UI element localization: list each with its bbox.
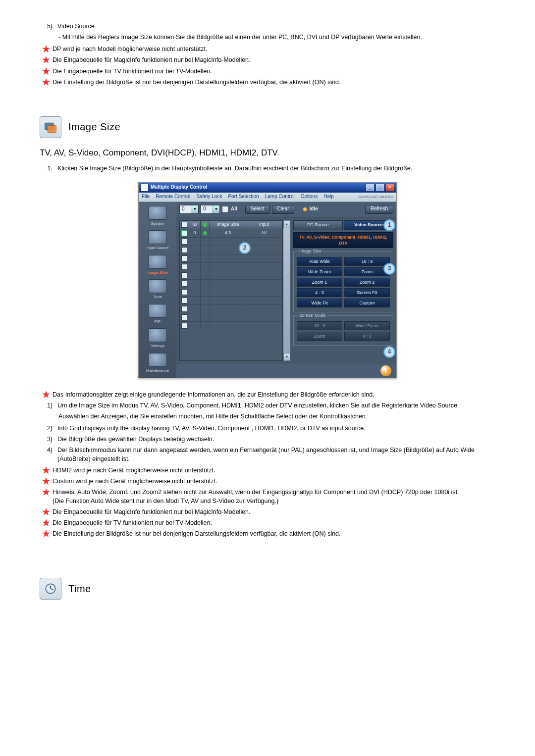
maximize-button[interactable]: □ [375, 184, 384, 192]
option-4-3[interactable]: 4 : 3 [344, 332, 390, 341]
table-row[interactable]: ✓04:3AV [180, 229, 282, 238]
star-icon: ★ [40, 477, 53, 486]
menu-lamp[interactable]: Lamp Control [265, 193, 295, 201]
option-wide-zoom[interactable]: Wide Zoom [297, 267, 342, 276]
sidebar-item-system[interactable]: System [143, 205, 172, 228]
info-grid: ID Image Size Input ✓04:3AV [179, 220, 283, 361]
star-note: ★HDMI2 wird je nach Gerät möglicherweise… [40, 466, 495, 475]
option-16-9[interactable]: 16 : 9 [297, 321, 342, 330]
sidebar-item-time[interactable]: Time [143, 278, 172, 301]
menu-port[interactable]: Port Selection [228, 193, 259, 201]
menu-options[interactable]: Options [301, 193, 318, 201]
sidebar-icon [148, 230, 167, 244]
item-number: 4) [40, 446, 57, 454]
numbered-item: 3)Die Bildgröße des gewählten Displays b… [40, 435, 495, 444]
item-subtext: Auswählen der Anzeigen, die Sie einstell… [58, 412, 495, 421]
chevron-down-icon: ▾ [191, 205, 198, 213]
status-dot [303, 207, 307, 211]
option-4-3[interactable]: 4 : 3 [297, 288, 342, 297]
tab-pc-source[interactable]: PC Source [293, 220, 343, 230]
sidebar-item-label: Input Source [146, 245, 168, 251]
chevron-down-icon: ▾ [212, 205, 219, 213]
marker-1: 1 [383, 219, 395, 231]
option-custom[interactable]: Custom [344, 299, 390, 307]
menu-file[interactable]: File [142, 193, 150, 201]
app-window: Multiple Display Control _ □ ✕ File Remo… [138, 182, 397, 378]
sidebar-item-label: System [151, 221, 164, 227]
menu-help[interactable]: Help [323, 193, 334, 201]
star-icon: ★ [40, 529, 53, 538]
sidebar-icon [148, 206, 167, 220]
option-wide-fit[interactable]: Wide Fit [297, 299, 342, 307]
option-zoom-1[interactable]: Zoom 1 [297, 278, 342, 287]
sidebar-item-pip[interactable]: PIP [143, 303, 172, 326]
item-desc: - Mit Hilfe des Reglers Image Size könne… [58, 33, 495, 42]
image-size-icon [40, 116, 61, 138]
close-button[interactable]: ✕ [385, 184, 394, 192]
star-icon: ★ [40, 55, 53, 64]
step-number: 1. [40, 164, 57, 173]
option-zoom[interactable]: Zoom [297, 332, 342, 341]
col-status [201, 221, 210, 229]
numbered-item: 1)Um die Image Size im Modus TV, AV, S-V… [40, 401, 495, 410]
note-text: Die Einstellung der Bildgröße ist nur be… [53, 529, 495, 538]
table-row [180, 238, 282, 246]
option-zoom-2[interactable]: Zoom 2 [344, 278, 390, 287]
sidebar-item-input-source[interactable]: Input Source [143, 229, 172, 252]
combo-2[interactable]: 0▾ [201, 205, 220, 214]
note-text: Das Informationsgitter zeigt einige grun… [53, 390, 495, 399]
refresh-button[interactable]: Refresh [365, 205, 393, 214]
minimize-button[interactable]: _ [366, 184, 374, 192]
table-row [180, 322, 282, 330]
sidebar-item-label: Maintenance [146, 368, 169, 374]
star-note: ★ Das Informationsgitter zeigt einige gr… [40, 390, 495, 399]
table-row [180, 246, 282, 254]
item-number: 5) [40, 22, 57, 31]
sidebar-icon [148, 255, 167, 269]
sidebar-item-settings[interactable]: Settings [143, 327, 172, 350]
section-heading-time: Time [40, 578, 495, 600]
sidebar-icon [148, 279, 167, 293]
option-wide-zoom[interactable]: Wide Zoom [344, 321, 390, 330]
menu-safety[interactable]: Safety Lock [196, 193, 222, 201]
sidebar-item-label: Image Size [147, 270, 167, 276]
table-row [180, 263, 282, 271]
sidebar-icon [148, 353, 167, 367]
sidebar-item-image-size[interactable]: Image Size [143, 254, 172, 277]
list-item-5: 5) Video Source [40, 22, 495, 31]
marker-2: 2 [239, 242, 251, 254]
menu-remote[interactable]: Remote Control [156, 193, 190, 201]
section-title: Image Size [68, 120, 120, 134]
clear-button[interactable]: Clear [272, 205, 295, 214]
note-text: DP wird je nach Modell möglicherweise ni… [53, 45, 495, 53]
scroll-down-icon[interactable]: ▾ [283, 353, 290, 361]
star-note: ★DP wird je nach Modell möglicherweise n… [40, 45, 495, 53]
option-auto-wide[interactable]: Auto Wide [297, 257, 342, 266]
menubar: File Remote Control Safety Lock Port Sel… [139, 193, 396, 202]
label-all: All [231, 205, 237, 213]
item-number: 1) [40, 401, 57, 410]
label-idle: Idle [309, 205, 318, 213]
sidebar-icon [148, 328, 167, 342]
table-row [180, 313, 282, 322]
note-text: Hinweis: Auto Wide, Zoom1 und Zoom2 steh… [53, 488, 495, 505]
combo-1[interactable]: 0▾ [179, 205, 199, 214]
col-input: Input [246, 221, 282, 229]
item-text: Info Grid displays only the display havi… [57, 424, 495, 433]
grid-header: ID Image Size Input [180, 221, 282, 229]
option-screen-fit[interactable]: Screen Fit [344, 288, 390, 297]
option-16-9[interactable]: 16 : 9 [344, 257, 390, 266]
item-number: 3) [40, 435, 57, 444]
titlebar: Multiple Display Control _ □ ✕ [139, 183, 396, 193]
checkbox-all[interactable] [222, 206, 229, 213]
legend-image-size: Image Size [298, 248, 323, 254]
scroll-up-icon[interactable]: ▴ [283, 220, 290, 228]
star-icon: ★ [40, 67, 53, 76]
select-button[interactable]: Select [245, 205, 270, 214]
status-footer: ! [176, 364, 396, 378]
sidebar-item-maintenance[interactable]: Maintenance [143, 352, 172, 375]
scrollbar-vertical[interactable]: ▴ ▾ [283, 220, 290, 361]
legend-screen-mode: Screen Mode [298, 312, 327, 319]
star-icon: ★ [40, 518, 53, 527]
section-heading-image-size: Image Size [40, 116, 495, 138]
